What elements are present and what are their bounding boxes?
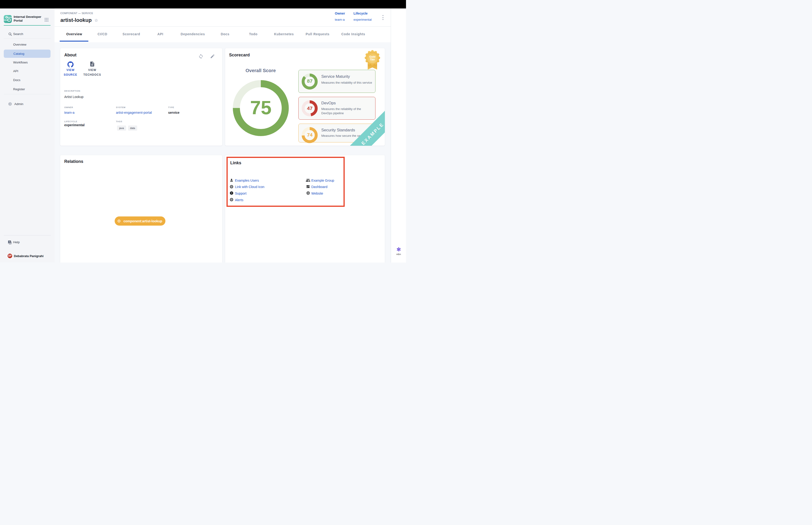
svg-text:Gold: Gold [369,55,375,58]
svg-text:?: ? [9,241,10,243]
svg-text:?: ? [231,192,232,194]
svg-text:Tier: Tier [370,58,375,61]
